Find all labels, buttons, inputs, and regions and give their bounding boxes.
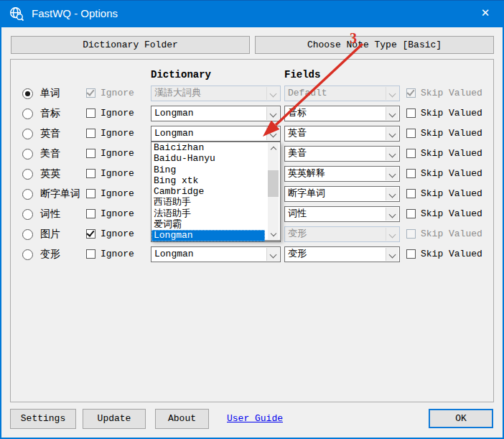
chevron-down-icon [270,131,277,138]
ignore-checkbox-4[interactable] [86,169,95,178]
dropdown-item-0[interactable]: Baicizhan [151,142,265,153]
ignore-checkbox-8[interactable] [86,249,95,259]
chevron-down-icon [389,131,396,138]
ignore-checkbox-6[interactable] [86,209,95,218]
ignore-label: Ignore [101,249,134,259]
skip-valued-label: Skip Valued [421,208,482,219]
user-guide-link[interactable]: User Guide [227,413,283,424]
row-name-label: 单词 [40,87,60,100]
skip-valued-checkbox-7[interactable] [406,229,416,239]
field-combo-6-value: 词性 [288,207,385,221]
ignore-label: Ignore [101,168,134,179]
skip-valued-checkbox-1[interactable] [406,108,416,118]
dropdown-item-3[interactable]: Bing xtk [151,175,265,186]
skip-valued-checkbox-3[interactable] [406,149,416,158]
combo-drop-button[interactable] [266,107,279,120]
fields-column-header: Fields [284,69,320,80]
field-combo-3-value: 美音 [288,147,385,161]
skip-valued-checkbox-2[interactable] [406,129,416,138]
field-combo-7[interactable]: 变形 [284,226,400,242]
dropdown-scrollbar[interactable] [268,143,279,239]
row-name-label: 音标 [40,107,60,120]
row-name-label: 断字单词 [40,188,80,200]
ignore-checkbox-5[interactable] [86,189,95,198]
skip-valued-checkbox-5[interactable] [406,189,416,198]
ignore-checkbox-1[interactable] [86,108,95,118]
update-button[interactable]: Update [83,409,146,429]
skip-valued-checkbox-8[interactable] [406,249,416,259]
window-title: FastWQ - Options [32,0,118,27]
window-border-left [0,27,1,439]
skip-valued-checkbox-0[interactable] [406,88,416,98]
combo-drop-button[interactable] [386,127,398,140]
field-combo-4[interactable]: 英英解释 [284,166,400,182]
skip-valued-label: Skip Valued [421,168,482,179]
combo-drop-button[interactable] [386,208,398,221]
field-combo-5-value: 断字单词 [288,187,385,201]
chevron-up-icon [270,147,276,152]
dropdown-item-8[interactable]: Longman [151,230,265,241]
ignore-checkbox-0[interactable] [86,88,95,98]
scroll-down-button[interactable] [268,229,279,239]
combo-drop-button[interactable] [386,107,398,120]
field-combo-8[interactable]: 变形 [284,246,400,262]
dropdown-item-2[interactable]: Bing [151,165,265,175]
combo-drop-button[interactable] [386,147,398,160]
chevron-down-icon [389,91,396,98]
skip-valued-label: Skip Valued [421,88,482,98]
combo-drop-button[interactable] [266,127,279,140]
combo-drop-button[interactable] [386,228,398,241]
dictionary-combo-2[interactable]: Longman [151,126,281,142]
ignore-checkbox-3[interactable] [86,149,95,158]
title-bar[interactable]: FastWQ - Options ✕ [0,0,504,27]
row-radio-7[interactable] [22,229,33,240]
row-radio-1[interactable] [22,108,33,119]
combo-drop-button[interactable] [386,87,398,100]
chevron-down-icon [389,251,396,259]
combo-drop-button[interactable] [266,87,279,100]
dropdown-item-7[interactable]: 爱词霸 [151,219,265,230]
dropdown-item-4[interactable]: Cambridge [151,186,265,197]
combo-drop-button[interactable] [386,188,398,200]
dictionary-combo-8[interactable]: Longman [151,246,281,262]
dropdown-item-6[interactable]: 法语助手 [151,208,265,219]
row-radio-3[interactable] [22,149,33,160]
skip-valued-checkbox-6[interactable] [406,209,416,218]
dropdown-item-1[interactable]: Baidu-Hanyu [151,153,265,164]
skip-valued-checkbox-4[interactable] [406,169,416,178]
combo-drop-button[interactable] [386,167,398,180]
dictionary-combo-0[interactable]: 漢語大詞典 [151,86,281,101]
dictionary-folder-button[interactable]: Dictionary Folder [11,36,250,54]
choose-note-type-button[interactable]: Choose Note Type [Basic] [255,36,494,54]
field-combo-1[interactable]: 音标 [284,106,400,121]
row-radio-5[interactable] [22,189,33,200]
field-combo-2[interactable]: 英音 [284,126,400,142]
field-combo-5[interactable]: 断字单词 [284,186,400,202]
close-icon[interactable]: ✕ [470,0,501,27]
scrollbar-thumb[interactable] [268,170,279,197]
ok-button[interactable]: OK [429,409,493,428]
row-radio-2[interactable] [22,129,33,139]
combo-drop-button[interactable] [386,248,398,261]
fastwq-options-window: FastWQ - Options ✕ Dictionary Folder Cho… [0,0,504,439]
row-radio-6[interactable] [22,209,33,220]
row-radio-0[interactable] [22,88,33,99]
ignore-checkbox-2[interactable] [86,129,95,138]
about-button[interactable]: About [155,409,209,429]
field-combo-6[interactable]: 词性 [284,206,400,222]
dictionary-combo-0-value: 漢語大詞典 [154,86,266,101]
row-name-label: 英音 [40,127,60,140]
dictionary-combo-1[interactable]: Longman [151,106,281,121]
dictionary-dropdown-list: BaicizhanBaidu-HanyuBingBing xtkCambridg… [151,142,281,241]
scroll-up-button[interactable] [268,143,279,153]
chevron-down-icon [389,171,396,178]
row-name-label: 英英 [40,167,60,180]
settings-button[interactable]: Settings [10,409,76,429]
combo-drop-button[interactable] [266,248,279,261]
row-radio-4[interactable] [22,169,33,180]
dropdown-item-5[interactable]: 西语助手 [151,197,265,208]
field-combo-0[interactable]: Default [284,86,400,101]
field-combo-3[interactable]: 美音 [284,146,400,162]
ignore-checkbox-7[interactable] [86,229,95,239]
row-radio-8[interactable] [22,249,33,260]
